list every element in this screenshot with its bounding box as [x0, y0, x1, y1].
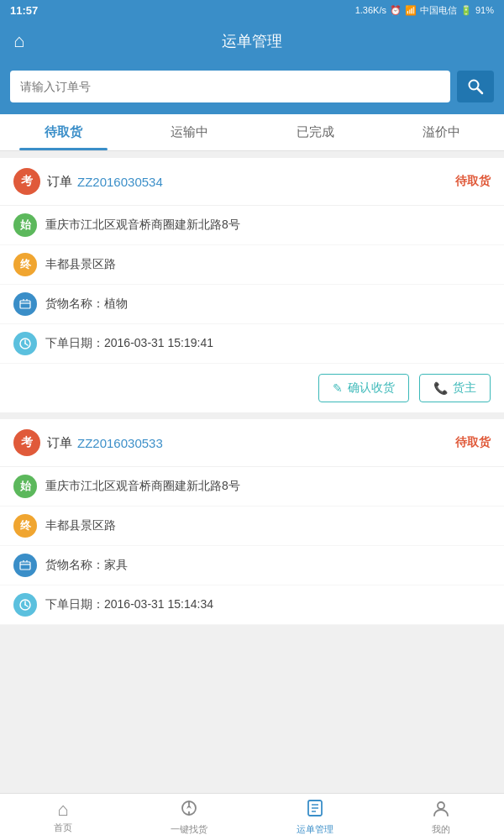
order-date-2: 下单日期：2016-03-31 15:14:34: [45, 597, 213, 612]
alarm-icon: ⏰: [390, 5, 402, 16]
order-label-1: 订单: [47, 174, 72, 190]
end-icon-2: 终: [13, 514, 37, 538]
end-icon-1: 终: [13, 253, 37, 276]
nav-find-cargo-icon: [180, 799, 198, 821]
search-input[interactable]: [10, 71, 450, 102]
order-card-1: 考 订单 ZZ2016030534 待取货 始 重庆市江北区观音桥商圈建新北路8…: [0, 158, 504, 412]
nav-home-label: 首页: [54, 822, 72, 834]
order-label-2: 订单: [47, 435, 72, 451]
order-actions-1: ✎ 确认收货 📞 货主: [0, 364, 504, 412]
cargo-icon-2: [13, 554, 37, 577]
start-address-1: 重庆市江北区观音桥商圈建新北路8号: [45, 218, 240, 233]
end-address-1: 丰都县景区路: [45, 257, 116, 272]
nav-mine-label: 我的: [432, 823, 450, 836]
nav-waybill-icon: [306, 799, 324, 821]
order-date-1: 下单日期：2016-03-31 15:19:41: [45, 336, 213, 351]
order-end-row-1: 终 丰都县景区路: [0, 245, 504, 285]
start-icon-1: 始: [13, 213, 37, 237]
order-number-1[interactable]: ZZ2016030534: [77, 175, 455, 189]
order-number-2[interactable]: ZZ2016030533: [77, 436, 455, 450]
order-end-row-2: 终 丰都县景区路: [0, 507, 504, 546]
page-title: 运单管理: [222, 31, 282, 51]
order-date-row-1: 下单日期：2016-03-31 15:19:41: [0, 324, 504, 364]
svg-point-24: [438, 802, 444, 809]
svg-line-8: [25, 344, 28, 345]
battery-level: 91%: [475, 5, 494, 15]
order-start-row-2: 始 重庆市江北区观音桥商圈建新北路8号: [0, 467, 504, 507]
contact-owner-button[interactable]: 📞 货主: [419, 374, 491, 402]
order-icon-1: 考: [13, 168, 40, 195]
network-speed: 1.36K/s: [355, 5, 386, 15]
order-icon-2: 考: [13, 429, 40, 456]
search-button[interactable]: [457, 71, 494, 102]
order-header-1: 考 订单 ZZ2016030534 待取货: [0, 158, 504, 206]
nav-waybill-label: 运单管理: [297, 823, 333, 836]
status-right: 1.36K/s ⏰ 📶 中国电信 🔋 91%: [355, 4, 494, 17]
nav-home-icon: ⌂: [57, 801, 68, 819]
header: ⌂ 运单管理: [0, 20, 504, 62]
svg-line-15: [25, 605, 28, 606]
nav-find-cargo[interactable]: 一键找货: [126, 794, 252, 840]
order-date-row-2: 下单日期：2016-03-31 15:14:34: [0, 585, 504, 625]
cargo-name-2: 货物名称：家具: [45, 558, 128, 573]
carrier-name: 中国电信: [420, 4, 457, 17]
tab-pending[interactable]: 待取货: [0, 114, 126, 150]
cargo-name-1: 货物名称：植物: [45, 297, 128, 312]
tab-price[interactable]: 溢价中: [378, 114, 504, 150]
battery-icon: 🔋: [460, 5, 472, 16]
bottom-nav: ⌂ 首页 一键找货 运单管理: [0, 793, 504, 840]
order-status-2: 待取货: [455, 435, 491, 450]
nav-find-cargo-label: 一键找货: [171, 823, 207, 836]
cargo-icon-1: [13, 292, 37, 316]
content-area: 考 订单 ZZ2016030534 待取货 始 重庆市江北区观音桥商圈建新北路8…: [0, 158, 504, 679]
svg-rect-9: [20, 562, 30, 570]
tab-transit[interactable]: 运输中: [126, 114, 252, 150]
confirm-receipt-button[interactable]: ✎ 确认收货: [318, 374, 409, 402]
home-icon[interactable]: ⌂: [13, 30, 24, 52]
start-address-2: 重庆市江北区观音桥商圈建新北路8号: [45, 479, 240, 494]
date-icon-1: [13, 332, 37, 355]
nav-mine-icon: [432, 799, 450, 821]
nav-home[interactable]: ⌂ 首页: [0, 794, 126, 840]
end-address-2: 丰都县景区路: [45, 518, 116, 533]
date-icon-2: [13, 593, 37, 617]
order-cargo-row-1: 货物名称：植物: [0, 285, 504, 324]
wifi-icon: 📶: [405, 5, 417, 16]
nav-mine[interactable]: 我的: [378, 794, 504, 840]
svg-rect-2: [20, 301, 30, 308]
phone-icon: 📞: [433, 381, 448, 395]
order-cargo-row-2: 货物名称：家具: [0, 546, 504, 585]
nav-waybill[interactable]: 运单管理: [252, 794, 378, 840]
status-bar: 11:57 1.36K/s ⏰ 📶 中国电信 🔋 91%: [0, 0, 504, 20]
start-icon-2: 始: [13, 475, 37, 498]
order-start-row-1: 始 重庆市江北区观音桥商圈建新北路8号: [0, 206, 504, 245]
status-time: 11:57: [10, 4, 38, 17]
order-card-2: 考 订单 ZZ2016030533 待取货 始 重庆市江北区观音桥商圈建新北路8…: [0, 419, 504, 625]
search-icon: [467, 78, 484, 95]
svg-marker-19: [186, 804, 192, 809]
order-header-2: 考 订单 ZZ2016030533 待取货: [0, 419, 504, 467]
tab-done[interactable]: 已完成: [252, 114, 378, 150]
order-status-1: 待取货: [455, 174, 491, 189]
tabs: 待取货 运输中 已完成 溢价中: [0, 114, 504, 151]
edit-icon: ✎: [333, 381, 343, 395]
search-bar: [0, 62, 504, 114]
svg-line-1: [478, 89, 483, 94]
